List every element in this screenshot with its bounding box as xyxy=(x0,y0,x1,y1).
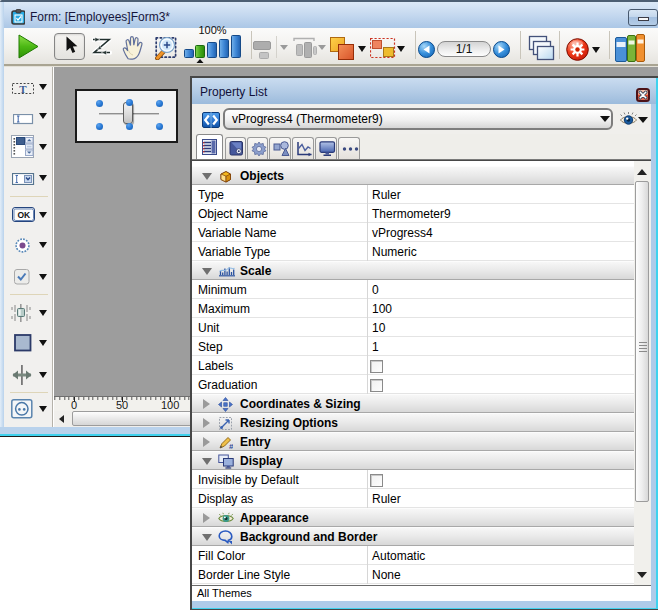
svg-text:OK: OK xyxy=(17,210,31,220)
svg-text:#: # xyxy=(229,442,233,450)
svg-text:T: T xyxy=(19,83,27,95)
svg-text:1/1: 1/1 xyxy=(456,42,473,56)
